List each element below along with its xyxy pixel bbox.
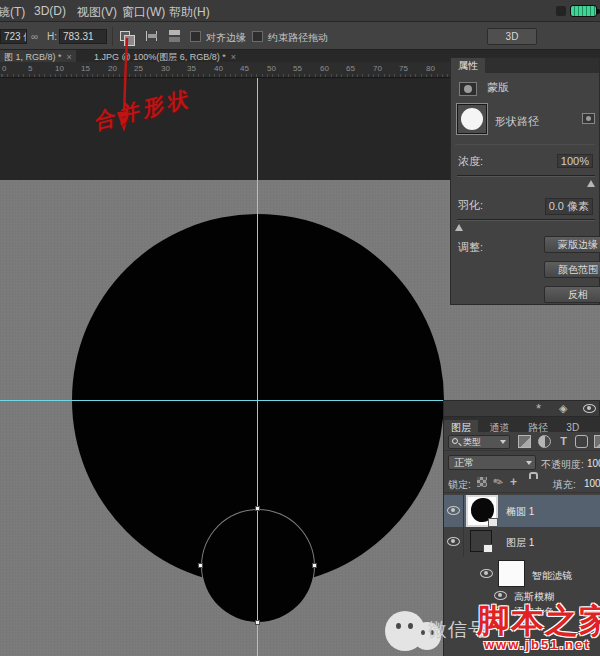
properties-panel: 属性 蒙版 形状路径 浓度: 100% 羽化: 0.0 像素 调整: 蒙版边缘 … [450, 57, 600, 305]
eye-icon[interactable] [583, 404, 596, 413]
invert-button[interactable]: 反相 [544, 286, 600, 303]
vertical-guide[interactable] [257, 78, 258, 656]
battery-icon [570, 5, 597, 17]
ruler-tick: 40 [214, 64, 223, 73]
flare-icon[interactable]: * [536, 401, 541, 416]
align-edges-checkbox[interactable] [190, 31, 201, 42]
path-arrangement-icon[interactable] [169, 30, 180, 35]
menu-filter[interactable]: 滤镜(T) [0, 4, 25, 21]
lock-position-icon[interactable]: + [510, 475, 517, 489]
ruler-tick: 45 [240, 64, 249, 73]
ruler-tick: 10 [55, 64, 64, 73]
small-ellipse-path[interactable] [201, 509, 315, 623]
document-tab-1-title: 图 1, RGB/8) * [4, 52, 62, 62]
diamond-icon[interactable]: ◈ [559, 402, 567, 415]
filter-name[interactable]: 高斯模糊 [514, 590, 554, 604]
filter-kind-dropdown[interactable]: 类型 [448, 435, 510, 449]
opacity-value[interactable]: 100% [587, 458, 600, 469]
lock-label: 锁定: [448, 478, 471, 492]
document-tab-2[interactable]: 1.JPG @ 100%(图层 6, RGB/8) *× [90, 50, 240, 62]
menu-window[interactable]: 窗口(W) [122, 4, 165, 21]
path-operations-icon[interactable] [120, 31, 130, 41]
feather-slider-thumb[interactable] [455, 220, 463, 231]
eye-icon[interactable] [480, 569, 493, 578]
path-anchor-right[interactable] [312, 563, 317, 568]
tray-icon [556, 6, 566, 16]
feather-slider[interactable] [457, 219, 595, 221]
lock-row: 锁定: ✏ + 填充: 100% [444, 474, 600, 493]
shape-mask-thumbnail[interactable] [457, 104, 487, 134]
density-slider[interactable] [457, 175, 595, 177]
chevron-down-icon [526, 461, 532, 468]
ruler-tick: 30 [161, 64, 170, 73]
height-input[interactable]: 783.31 [59, 29, 107, 44]
ruler-tick: 20 [108, 64, 117, 73]
layer-name[interactable]: 图层 1 [506, 536, 534, 550]
fill-value[interactable]: 100% [584, 478, 600, 489]
eye-icon[interactable] [447, 537, 460, 546]
filter-name[interactable]: 添加杂色 [514, 605, 554, 619]
layer-name[interactable]: 椭圆 1 [506, 505, 534, 519]
close-tab-icon[interactable]: × [231, 52, 236, 62]
constrain-drag-checkbox[interactable] [252, 31, 263, 42]
filter-type-layers-icon[interactable]: T [557, 435, 570, 448]
properties-tabstrip: 属性 [451, 58, 599, 73]
blend-mode-dropdown[interactable]: 正常 [448, 455, 536, 470]
link-wh-icon[interactable]: ∞ [31, 31, 38, 42]
horizontal-guide[interactable] [0, 400, 444, 401]
height-label: H: [47, 31, 57, 42]
path-anchor-left[interactable] [198, 563, 203, 568]
document-tab-1[interactable]: 图 1, RGB/8) *× [0, 50, 76, 62]
filter-adjustment-layers-icon[interactable] [538, 435, 551, 448]
layer-filter-row: 类型 T [444, 433, 600, 451]
divider [455, 144, 595, 145]
smart-filters-label[interactable]: 智能滤镜 [532, 569, 572, 583]
path-anchor-bottom[interactable] [255, 620, 260, 625]
eye-icon[interactable] [494, 606, 507, 615]
fill-label: 填充: [553, 478, 576, 492]
shape-path-label: 形状路径 [495, 114, 539, 129]
width-input[interactable]: 723 像 [0, 29, 27, 44]
path-alignment-icon[interactable] [146, 31, 157, 41]
eye-icon[interactable] [447, 506, 460, 515]
vector-mask-badge-icon[interactable] [582, 113, 595, 124]
layers-panel: 图层 通道 路径 3D 类型 T 正常 不透明度: 100% [443, 417, 600, 656]
feather-value[interactable]: 0.0 像素 [545, 198, 593, 215]
lock-pixels-brush-icon[interactable]: ✏ [491, 474, 504, 490]
filter-smart-objects-icon[interactable] [594, 435, 600, 448]
smart-filter-thumbnail[interactable] [498, 560, 525, 587]
vector-mask-badge-icon [488, 518, 498, 527]
mask-edge-button[interactable]: 蒙版边缘 [544, 236, 600, 253]
layer-thumbnail[interactable] [470, 530, 492, 552]
layer-thumbnail[interactable] [468, 497, 496, 525]
smart-filters-row[interactable]: 智能滤镜 [444, 557, 600, 591]
tab-properties[interactable]: 属性 [451, 58, 485, 75]
layer-row-layer1[interactable]: 图层 1 [444, 527, 600, 557]
lock-transparency-icon[interactable] [477, 477, 487, 487]
density-value[interactable]: 100% [557, 154, 593, 168]
filter-pixel-layers-icon[interactable] [518, 435, 531, 448]
close-tab-icon[interactable]: × [67, 52, 72, 62]
density-slider-thumb[interactable] [587, 176, 595, 187]
feather-label: 羽化: [458, 198, 483, 213]
tool-options-bar: 723 像 ∞ H: 783.31 对齐边缘 约束路径拖动 3D [0, 22, 600, 50]
chevron-down-icon [500, 440, 506, 447]
menu-view[interactable]: 视图(V) [77, 4, 117, 21]
ruler-tick: 35 [187, 64, 196, 73]
mask-icon [459, 82, 477, 96]
eye-icon[interactable] [494, 591, 507, 600]
layer-row-ellipse1[interactable]: 椭圆 1 [444, 495, 600, 527]
menu-3d[interactable]: 3D(D) [34, 4, 66, 18]
filter-row-add-noise[interactable]: 添加杂色 [444, 604, 600, 619]
filter-row-gaussian-blur[interactable]: 高斯模糊 [444, 589, 600, 604]
filter-shape-layers-icon[interactable] [575, 435, 588, 448]
3d-mode-button[interactable]: 3D [487, 28, 537, 45]
separator [112, 27, 113, 46]
color-range-button[interactable]: 颜色范围 [544, 261, 600, 278]
ruler-tick: 80 [426, 64, 435, 73]
panel-dock-header: * ◈ [443, 400, 600, 417]
blend-mode-value: 正常 [454, 457, 474, 468]
search-icon [452, 438, 458, 444]
path-anchor-top[interactable] [255, 506, 260, 511]
menu-help[interactable]: 帮助(H) [169, 4, 210, 21]
